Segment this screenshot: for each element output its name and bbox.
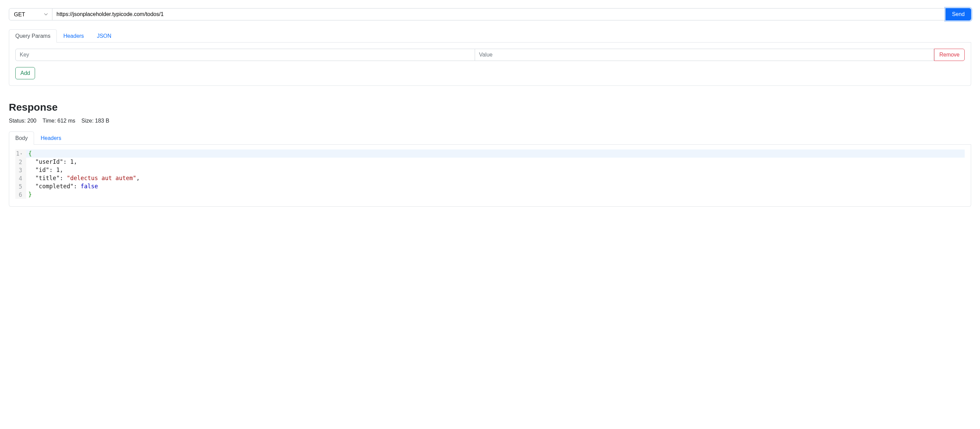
code-line: { [26,150,965,158]
url-input[interactable] [52,8,946,21]
param-row: Remove [15,49,965,61]
code-line: } [26,190,965,198]
tab-response-headers[interactable]: Headers [34,131,67,145]
response-size: Size: 183 B [81,118,109,124]
response-status: Status: 200 [9,118,37,124]
request-bar: GET Send [9,8,971,21]
request-tabs: Query Params Headers JSON [9,29,971,43]
param-key-input[interactable] [15,49,475,61]
add-param-button[interactable]: Add [15,67,35,79]
param-value-input[interactable] [475,49,934,61]
code-line: "completed": false [26,182,965,190]
response-heading: Response [9,102,971,113]
code-line: "id": 1, [26,166,965,174]
http-method-select[interactable]: GET [9,8,52,21]
code-line: "title": "delectus aut autem", [26,174,965,182]
response-meta: Status: 200 Time: 612 ms Size: 183 B [9,118,971,124]
query-params-panel: Remove Add [9,43,971,86]
line-number: 2 [15,158,23,166]
response-tabs: Body Headers [9,131,971,145]
line-number: 6 [15,191,23,199]
tab-headers[interactable]: Headers [57,29,90,43]
line-number: 5 [15,182,23,191]
line-number: 4 [15,174,23,182]
code-line: "userId": 1, [26,158,965,166]
line-number: 1▾ [15,150,23,158]
code-editor: 1▾ 2 3 4 5 6 { "userId": 1, "id": 1, "ti… [15,150,965,199]
code-body[interactable]: { "userId": 1, "id": 1, "title": "delect… [26,150,965,199]
remove-param-button[interactable]: Remove [934,49,965,61]
send-button[interactable]: Send [946,8,971,21]
response-body-panel: 1▾ 2 3 4 5 6 { "userId": 1, "id": 1, "ti… [9,145,971,207]
line-gutter: 1▾ 2 3 4 5 6 [15,150,26,199]
response-time: Time: 612 ms [43,118,75,124]
line-number: 3 [15,166,23,174]
tab-body[interactable]: Body [9,131,34,145]
tab-query-params[interactable]: Query Params [9,29,57,43]
tab-json[interactable]: JSON [91,29,118,43]
fold-toggle-icon[interactable]: ▾ [19,152,22,156]
